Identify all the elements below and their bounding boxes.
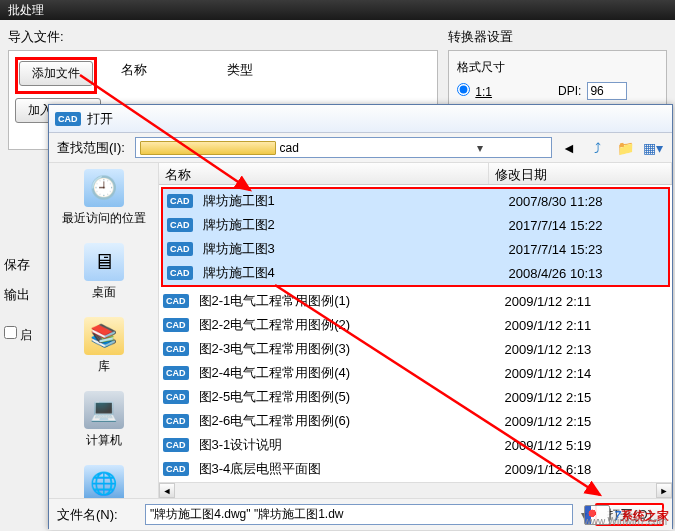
cad-file-icon: CAD (163, 366, 189, 380)
places-bar: 🕘 最近访问的位置 🖥 桌面 📚 库 💻 计算机 🌐 网络 (49, 163, 159, 498)
recent-places-icon: 🕘 (84, 169, 124, 207)
place-recent[interactable]: 🕘 最近访问的位置 (49, 163, 158, 237)
cad-app-icon: CAD (55, 112, 81, 126)
file-date: 2009/1/12 6:18 (505, 462, 669, 477)
file-row[interactable]: CAD图2-3电气工程常用图例(3)2009/1/12 2:13 (159, 337, 672, 361)
place-desktop[interactable]: 🖥 桌面 (49, 237, 158, 311)
cad-file-icon: CAD (163, 342, 189, 356)
file-date: 2009/1/12 5:19 (505, 438, 669, 453)
desktop-icon: 🖥 (84, 243, 124, 281)
file-name: 牌坊施工图2 (199, 216, 509, 234)
folder-combo[interactable]: cad ▾ (135, 137, 552, 158)
dialog-title: 打开 (87, 110, 113, 128)
file-name: 图2-6电气工程常用图例(6) (195, 412, 505, 430)
file-date: 2009/1/12 2:11 (505, 294, 669, 309)
cad-file-icon: CAD (163, 390, 189, 404)
converter-group-label: 转换器设置 (448, 28, 667, 46)
dialog-toolbar: 查找范围(I): cad ▾ ◄ ⤴ 📁 ▦▾ (49, 133, 672, 163)
file-date: 2009/1/12 2:14 (505, 366, 669, 381)
left-sidebar: 保存 输出 启 (0, 250, 50, 350)
file-date: 2009/1/12 2:15 (505, 390, 669, 405)
computer-icon: 💻 (84, 391, 124, 429)
file-row[interactable]: CAD图2-2电气工程常用图例(2)2009/1/12 2:11 (159, 313, 672, 337)
cad-file-icon: CAD (167, 242, 193, 256)
scroll-left-icon[interactable]: ◄ (159, 483, 175, 498)
file-row[interactable]: CAD牌坊施工图12007/8/30 11:28 (163, 189, 668, 213)
startup-checkbox[interactable]: 启 (4, 328, 32, 342)
cad-file-icon: CAD (163, 414, 189, 428)
file-row[interactable]: CAD图2-6电气工程常用图例(6)2009/1/12 2:15 (159, 409, 672, 433)
file-name: 牌坊施工图1 (199, 192, 509, 210)
place-library[interactable]: 📚 库 (49, 311, 158, 385)
dpi-input[interactable] (587, 82, 627, 100)
file-date: 2009/1/12 2:11 (505, 318, 669, 333)
folder-name: cad (280, 141, 414, 155)
horizontal-scrollbar[interactable]: ◄ ► (159, 482, 672, 498)
header-date[interactable]: 修改日期 (489, 163, 672, 184)
file-row[interactable]: CAD图2-5电气工程常用图例(5)2009/1/12 2:15 (159, 385, 672, 409)
file-name: 图2-3电气工程常用图例(3) (195, 340, 505, 358)
file-row[interactable]: CAD图2-1电气工程常用图例(1)2009/1/12 2:11 (159, 289, 672, 313)
file-row[interactable]: CAD图3-4底层电照平面图2009/1/12 6:18 (159, 457, 672, 481)
file-date: 2017/7/14 15:23 (509, 242, 665, 257)
col-header-name: 名称 (121, 61, 147, 79)
back-icon[interactable]: ◄ (558, 137, 580, 159)
watermark: 7系统之家 www.Winwin7.com (584, 505, 669, 525)
dpi-label: DPI: (558, 84, 581, 98)
cad-file-icon: CAD (167, 218, 193, 232)
file-name: 图3-4底层电照平面图 (195, 460, 505, 478)
library-icon: 📚 (84, 317, 124, 355)
cad-file-icon: CAD (163, 462, 189, 476)
file-name: 图2-4电气工程常用图例(4) (195, 364, 505, 382)
file-date: 2009/1/12 2:13 (505, 342, 669, 357)
place-network[interactable]: 🌐 网络 (49, 459, 158, 498)
network-icon: 🌐 (84, 465, 124, 498)
file-name: 图2-2电气工程常用图例(2) (195, 316, 505, 334)
file-date: 2017/7/14 15:22 (509, 218, 665, 233)
look-in-label: 查找范围(I): (57, 139, 125, 157)
new-folder-icon[interactable]: 📁 (614, 137, 636, 159)
chevron-down-icon[interactable]: ▾ (413, 141, 547, 155)
cad-file-icon: CAD (163, 294, 189, 308)
file-row[interactable]: CAD牌坊施工图32017/7/14 15:23 (163, 237, 668, 261)
file-date: 2007/8/30 11:28 (509, 194, 665, 209)
main-titlebar: 批处理 (0, 0, 675, 20)
cad-file-icon: CAD (163, 318, 189, 332)
file-list-area: 名称 修改日期 CAD牌坊施工图12007/8/30 11:28CAD牌坊施工图… (159, 163, 672, 498)
place-computer[interactable]: 💻 计算机 (49, 385, 158, 459)
cad-file-icon: CAD (167, 194, 193, 208)
cad-file-icon: CAD (167, 266, 193, 280)
up-folder-icon[interactable]: ⤴ (586, 137, 608, 159)
file-name: 牌坊施工图4 (199, 264, 509, 282)
file-row[interactable]: CAD图3-1设计说明2009/1/12 5:19 (159, 433, 672, 457)
file-name: 图2-5电气工程常用图例(5) (195, 388, 505, 406)
dialog-titlebar: CAD 打开 (49, 105, 672, 133)
save-label: 保存 (0, 250, 50, 280)
open-dialog: CAD 打开 查找范围(I): cad ▾ ◄ ⤴ 📁 ▦▾ 🕘 最近访问的位置… (48, 104, 673, 529)
scroll-right-icon[interactable]: ► (656, 483, 672, 498)
folder-icon (140, 141, 276, 155)
filename-input[interactable] (145, 504, 573, 525)
format-size-label: 格式尺寸 (457, 59, 658, 76)
file-date: 2009/1/12 2:15 (505, 414, 669, 429)
file-list[interactable]: CAD牌坊施工图12007/8/30 11:28CAD牌坊施工图22017/7/… (159, 185, 672, 482)
file-row[interactable]: CAD图2-4电气工程常用图例(4)2009/1/12 2:14 (159, 361, 672, 385)
add-file-button[interactable]: 添加文件 (19, 61, 93, 86)
col-header-type: 类型 (227, 61, 253, 79)
dialog-bottom: 文件名(N): ▾ 打开(O) (49, 498, 672, 530)
header-name[interactable]: 名称 (159, 163, 489, 184)
ratio-1-1-radio[interactable]: 1:1 (457, 83, 492, 99)
file-row[interactable]: CAD牌坊施工图42008/4/26 10:13 (163, 261, 668, 285)
watermark-url: www.Winwin7.com (584, 516, 667, 527)
cad-file-icon: CAD (163, 438, 189, 452)
view-menu-icon[interactable]: ▦▾ (642, 137, 664, 159)
output-label: 输出 (0, 280, 50, 310)
list-header: 名称 修改日期 (159, 163, 672, 185)
file-name: 图2-1电气工程常用图例(1) (195, 292, 505, 310)
filename-label: 文件名(N): (57, 506, 137, 524)
file-row[interactable]: CAD牌坊施工图22017/7/14 15:22 (163, 213, 668, 237)
import-files-label: 导入文件: (8, 28, 438, 46)
file-date: 2008/4/26 10:13 (509, 266, 665, 281)
file-name: 图3-1设计说明 (195, 436, 505, 454)
main-title: 批处理 (8, 3, 44, 17)
